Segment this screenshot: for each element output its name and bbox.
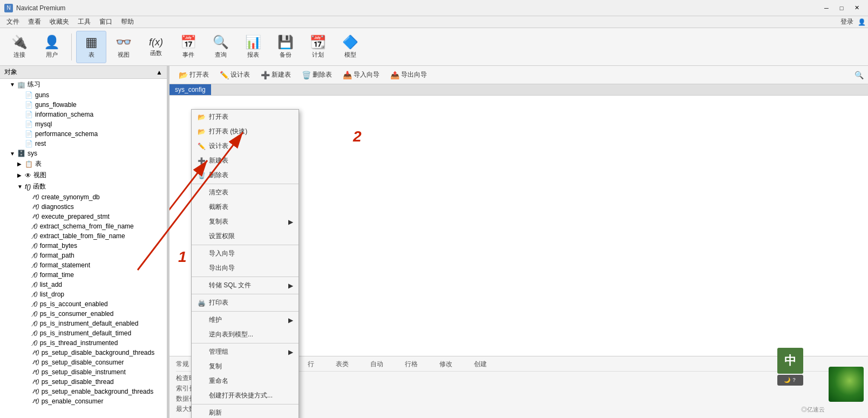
ime-char: 中 <box>784 353 796 369</box>
ctx-copy-table[interactable]: 复制表 ▶ <box>192 214 299 229</box>
tab-zidong[interactable]: 自动 <box>370 360 383 369</box>
menu-view[interactable]: 查看 <box>24 16 45 28</box>
ctx-maintain[interactable]: 维护 ▶ <box>192 313 299 327</box>
ctx-transfer-sql[interactable]: 转储 SQL 文件 ▶ <box>192 278 299 293</box>
tree-item-ps-is-account-enabled[interactable]: 𝑓() ps_is_account_enabled <box>0 299 167 309</box>
tree-item-rest[interactable]: 📄 rest <box>0 139 167 149</box>
tree-item-information-schema[interactable]: 📄 information_schema <box>0 110 167 119</box>
tree-item-execute-prepared-stmt[interactable]: 𝑃() execute_prepared_stmt <box>0 212 167 221</box>
ctx-import[interactable]: 导入向导 <box>192 246 299 261</box>
tree-label-performance-schema: performance_schema <box>35 130 98 138</box>
design-table-label: 设计表 <box>230 70 250 79</box>
tree-item-ps-is-thread-instrumented[interactable]: 𝑓() ps_is_thread_instrumented <box>0 338 167 348</box>
tree-item-ps-enable-consumer[interactable]: 𝑃() ps_enable_consumer <box>0 396 167 406</box>
open-table-button[interactable]: 📂 打开表 <box>174 68 214 82</box>
tree-label-diagnostics: diagnostics <box>42 203 74 211</box>
ctx-reverse[interactable]: 逆向表到模型... <box>192 327 299 342</box>
ctx-create-shortcut[interactable]: 创建打开表快捷方式... <box>192 388 299 403</box>
connect-label: 连接 <box>13 51 25 59</box>
toolbar-func[interactable]: f(x) 函数 <box>141 31 171 63</box>
tree-item-mysql[interactable]: 📄 mysql <box>0 119 167 129</box>
ctx-rename[interactable]: 重命名 <box>192 374 299 388</box>
ctx-set-perm[interactable]: 设置权限 <box>192 229 299 244</box>
tree-item-format-path[interactable]: 𝑓() format_path <box>0 251 167 260</box>
selected-table-tab[interactable]: sys_config <box>169 84 211 95</box>
delete-table-button[interactable]: 🗑️ 删除表 <box>297 68 337 82</box>
tab-xiugai[interactable]: 修改 <box>439 360 452 369</box>
sidebar-toggle-icon[interactable]: ▲ <box>156 69 162 76</box>
tree-item-lianxi[interactable]: ▼ 🏢 练习 <box>0 79 167 90</box>
func-icon: 𝑓() <box>32 301 38 307</box>
tree-item-format-statement[interactable]: 𝑓() format_statement <box>0 260 167 270</box>
ctx-export[interactable]: 导出向导 <box>192 261 299 275</box>
tree-item-format-time[interactable]: 𝑓() format_time <box>0 270 167 280</box>
tab-hang[interactable]: 行 <box>308 360 314 369</box>
app-icon: N <box>4 4 13 12</box>
menu-help[interactable]: 帮助 <box>117 16 138 28</box>
tree-item-sys[interactable]: ▼ 🗄️ sys <box>0 149 167 158</box>
tree-item-ps-setup-enable-bg-threads[interactable]: 𝑃() ps_setup_enable_background_threads <box>0 387 167 396</box>
ctx-clear[interactable]: 清空表 <box>192 185 299 200</box>
tree-item-guns-flowable[interactable]: 📄 guns_flowable <box>0 100 167 110</box>
export-wizard-button[interactable]: 📤 导出向导 <box>385 68 432 82</box>
menu-window[interactable]: 窗口 <box>95 16 117 28</box>
tree-item-guns[interactable]: 📄 guns <box>0 90 167 100</box>
ctx-design[interactable]: ✏️ 设计表 <box>192 139 299 153</box>
tree-item-diagnostics[interactable]: 𝑃() diagnostics <box>0 202 167 212</box>
toolbar-table[interactable]: ▦ 表 <box>76 31 106 63</box>
model-label: 模型 <box>344 51 356 59</box>
tree-item-list-add[interactable]: 𝑓() list_add <box>0 280 167 289</box>
toolbar-model[interactable]: 🔷 模型 <box>335 31 365 63</box>
tree-item-format-bytes[interactable]: 𝑓() format_bytes <box>0 241 167 251</box>
new-table-button[interactable]: ➕ 新建表 <box>256 68 296 82</box>
toolbar-view[interactable]: 👓 视图 <box>109 31 139 63</box>
tree-item-performance-schema[interactable]: 📄 performance_schema <box>0 129 167 139</box>
tree-item-ps-setup-disable-thread[interactable]: 𝑃() ps_setup_disable_thread <box>0 377 167 387</box>
tree-item-ps-setup-disable-consumer[interactable]: 𝑃() ps_setup_disable_consumer <box>0 358 167 367</box>
toolbar-plan[interactable]: 📆 计划 <box>303 31 333 63</box>
ctx-refresh[interactable]: 刷新 <box>192 406 299 418</box>
tab-hang-ge[interactable]: 行格 <box>405 360 418 369</box>
maximize-button[interactable]: □ <box>835 3 849 14</box>
ctx-manage-group[interactable]: 管理组 ▶ <box>192 345 299 359</box>
toolbar-connect[interactable]: 🔌 连接 <box>4 31 35 63</box>
ctx-delete-label: 删除表 <box>209 171 228 180</box>
menu-favorites[interactable]: 收藏夹 <box>45 16 73 28</box>
toolbar-backup[interactable]: 💾 备份 <box>270 31 301 63</box>
tab-changgui[interactable]: 常规 <box>176 360 189 369</box>
tree-item-ps-is-consumer-enabled[interactable]: 𝑓() ps_is_consumer_enabled <box>0 309 167 319</box>
ctx-open-table[interactable]: 📂 打开表 <box>192 110 299 124</box>
ctx-truncate[interactable]: 截断表 <box>192 200 299 214</box>
minimize-button[interactable]: ─ <box>819 3 833 14</box>
tree-item-create-synonym-db[interactable]: 𝑃() create_synonym_db <box>0 192 167 202</box>
toolbar-event[interactable]: 📅 事件 <box>173 31 204 63</box>
tree-item-view[interactable]: ▶ 👁 视图 <box>0 170 167 181</box>
tab-biao-lei[interactable]: 表类 <box>336 360 349 369</box>
tree-item-extract-schema[interactable]: 𝑓() extract_schema_from_file_name <box>0 221 167 231</box>
tree-item-ps-setup-disable-bg-threads[interactable]: 𝑃() ps_setup_disable_background_threads <box>0 348 167 358</box>
toolbar-user[interactable]: 👤 用户 <box>37 31 67 63</box>
tree-item-ps-setup-disable-instrument[interactable]: 𝑃() ps_setup_disable_instrument <box>0 367 167 377</box>
report-label: 报表 <box>247 51 259 59</box>
tree-item-list-drop[interactable]: 𝑓() list_drop <box>0 289 167 299</box>
search-icon[interactable]: 🔍 <box>855 71 864 79</box>
import-wizard-button[interactable]: 📥 导入向导 <box>338 68 384 82</box>
tree-item-extract-table[interactable]: 𝑓() extract_table_from_file_name <box>0 231 167 241</box>
ctx-open-fast[interactable]: 📂 打开表 (快速) <box>192 124 299 139</box>
menu-file[interactable]: 文件 <box>2 16 24 28</box>
toolbar-report[interactable]: 📊 报表 <box>238 31 268 63</box>
tree-item-ps-is-instrument-default-enabled[interactable]: 𝑓() ps_is_instrument_default_enabled <box>0 319 167 328</box>
ctx-copy2[interactable]: 复制 <box>192 359 299 374</box>
tree-item-biao[interactable]: ▶ 📋 表 <box>0 158 167 170</box>
tab-chuangjian[interactable]: 创建 <box>474 360 487 369</box>
ctx-new[interactable]: ➕ 新建表 <box>192 153 299 168</box>
menu-tools[interactable]: 工具 <box>73 16 95 28</box>
tree-item-func-folder[interactable]: ▼ f() 函数 <box>0 181 167 192</box>
ctx-print[interactable]: 🖨️ 打印表 <box>192 295 299 310</box>
tree-item-ps-is-instrument-default-timed[interactable]: 𝑓() ps_is_instrument_default_timed <box>0 328 167 338</box>
toolbar-query[interactable]: 🔍 查询 <box>206 31 236 63</box>
design-table-button[interactable]: ✏️ 设计表 <box>215 68 255 82</box>
ctx-delete[interactable]: 🗑️ 删除表 <box>192 168 299 183</box>
close-button[interactable]: ✕ <box>850 3 864 14</box>
login-button[interactable]: 登录 <box>840 17 853 26</box>
